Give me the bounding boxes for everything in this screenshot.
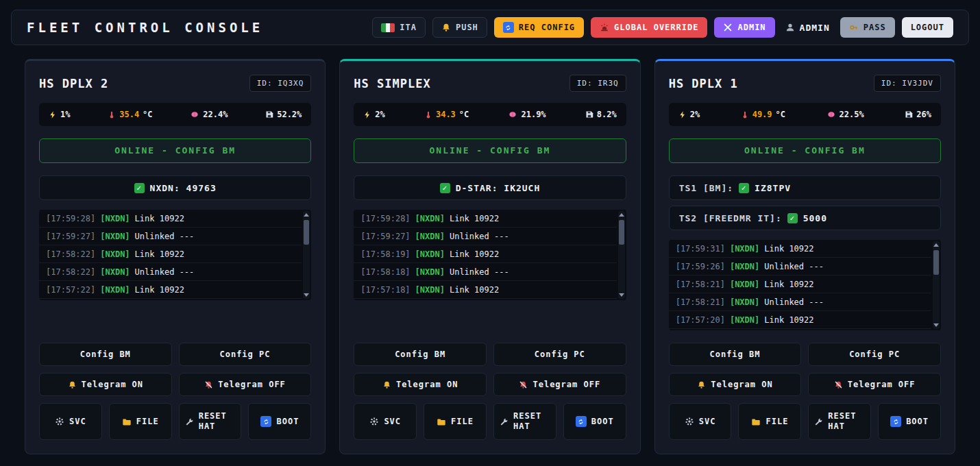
- timeslot-label: TS2 [FREEDMR IT]:: [679, 213, 782, 223]
- event-log: [17:59:31][NXDN]Link 10922[17:59:26][NXD…: [669, 240, 941, 330]
- push-button[interactable]: PUSH: [432, 17, 487, 38]
- temperature-stat: 49.9°C: [741, 110, 785, 119]
- memory-stat: 22.5%: [826, 110, 864, 119]
- log-row: [17:57:20][NXDN]Link 10922: [669, 311, 931, 329]
- telegram-off-button[interactable]: Telegram OFF: [808, 373, 941, 396]
- stats-bar: 2% 49.9°C 22.5% 26%: [669, 103, 941, 126]
- thermometer-icon: [108, 110, 116, 119]
- user-menu[interactable]: ADMIN: [782, 17, 833, 38]
- check-icon: [739, 183, 749, 193]
- telegram-on-button[interactable]: Telegram ON: [354, 373, 487, 396]
- telegram-on-button[interactable]: Telegram ON: [39, 373, 172, 396]
- admin-tools-button[interactable]: ADMIN: [714, 17, 774, 38]
- pass-button[interactable]: PASS: [840, 17, 895, 38]
- log-row: [17:59:31][NXDN]Link 10922: [669, 240, 931, 258]
- folder-icon: [122, 417, 132, 426]
- lightning-icon: [363, 110, 371, 119]
- reset-hat-button[interactable]: RESET HAT: [493, 403, 556, 440]
- scroll-up-icon[interactable]: [933, 243, 939, 247]
- scroll-down-icon[interactable]: [304, 293, 309, 297]
- log-scrollbar[interactable]: [933, 241, 940, 329]
- siren-icon: [600, 23, 609, 32]
- language-label: ITA: [400, 23, 417, 32]
- reboot-icon: [576, 416, 587, 427]
- svc-button[interactable]: SVC: [669, 403, 732, 440]
- log-scrollbar[interactable]: [618, 211, 625, 299]
- log-row: [17:57:22][NXDN]Link 10922: [39, 281, 302, 299]
- file-button[interactable]: FILE: [109, 403, 172, 440]
- log-scrollbar[interactable]: [303, 211, 310, 299]
- italy-flag-icon: [381, 23, 395, 32]
- telegram-on-button[interactable]: Telegram ON: [669, 373, 802, 396]
- cpu-load-stat: 2%: [363, 110, 384, 119]
- floppy-icon: [905, 110, 913, 119]
- config-pc-button[interactable]: Config PC: [493, 343, 626, 366]
- folder-icon: [751, 417, 761, 426]
- config-bm-button[interactable]: Config BM: [39, 343, 172, 366]
- req-config-label: REQ CONFIG: [519, 23, 575, 32]
- memory-stat: 21.9%: [508, 110, 546, 119]
- telegram-off-button[interactable]: Telegram OFF: [493, 373, 626, 396]
- scrollbar-thumb[interactable]: [304, 220, 309, 245]
- bell-icon: [68, 380, 77, 389]
- bell-icon: [441, 23, 451, 32]
- log-row: [17:58:22][NXDN]Link 10922: [39, 245, 302, 263]
- scroll-down-icon[interactable]: [619, 293, 624, 297]
- file-button[interactable]: FILE: [738, 403, 801, 440]
- timeslot-value: 5000: [803, 213, 827, 223]
- wrench-icon: [500, 417, 509, 426]
- boot-button[interactable]: BOOT: [563, 403, 626, 440]
- memory-stat: 22.4%: [190, 110, 228, 119]
- device-title: HS DPLX 2: [39, 77, 108, 90]
- refresh-icon: [503, 22, 514, 33]
- disk-stat: 52.2%: [265, 110, 302, 119]
- header-actions: ITA PUSH REQ CONFIG GLOBAL OVERRIDE ADMI…: [372, 17, 953, 38]
- mode-value: NXDN: 49763: [150, 183, 217, 193]
- logout-button[interactable]: LOGOUT: [902, 17, 953, 38]
- timeslot-value: IZ8TPV: [755, 183, 791, 193]
- scrollbar-thumb[interactable]: [619, 220, 624, 245]
- disk-stat: 8.2%: [585, 110, 617, 119]
- reboot-icon: [260, 416, 271, 427]
- reset-hat-button[interactable]: RESET HAT: [179, 403, 242, 440]
- lightning-icon: [49, 110, 57, 119]
- card-header: HS DPLX 1 ID: IV3JDV: [669, 75, 941, 92]
- check-icon: [787, 213, 798, 223]
- scroll-up-icon[interactable]: [619, 213, 624, 217]
- admin-tools-label: ADMIN: [737, 23, 765, 32]
- mode-value: D-STAR: IK2UCH: [456, 183, 541, 193]
- check-icon: [134, 183, 145, 193]
- req-config-button[interactable]: REQ CONFIG: [494, 17, 584, 38]
- scroll-down-icon[interactable]: [933, 323, 939, 327]
- bell-icon: [697, 380, 706, 389]
- language-button[interactable]: ITA: [372, 17, 426, 38]
- boot-button[interactable]: BOOT: [248, 403, 311, 440]
- svc-button[interactable]: SVC: [39, 403, 102, 440]
- device-id-badge: ID: IR3Q: [569, 75, 626, 92]
- device-id-badge: ID: IQ3XQ: [249, 75, 312, 92]
- temperature-stat: 34.3°C: [424, 110, 469, 119]
- boot-button[interactable]: BOOT: [878, 403, 941, 440]
- telegram-off-button[interactable]: Telegram OFF: [179, 373, 312, 396]
- timeslot-2: TS2 [FREEDMR IT]: 5000: [669, 206, 941, 230]
- config-bm-button[interactable]: Config BM: [669, 343, 802, 366]
- thermometer-icon: [741, 110, 749, 119]
- file-button[interactable]: FILE: [424, 403, 487, 440]
- config-pc-button[interactable]: Config PC: [179, 343, 312, 366]
- svc-button[interactable]: SVC: [354, 403, 417, 440]
- check-icon: [440, 183, 450, 193]
- scrollbar-thumb[interactable]: [933, 250, 939, 275]
- global-override-label: GLOBAL OVERRIDE: [614, 23, 698, 32]
- log-row: [17:59:28][NXDN]Link 10922: [39, 210, 302, 228]
- reboot-icon: [890, 416, 901, 427]
- scroll-up-icon[interactable]: [304, 213, 309, 217]
- reset-hat-button[interactable]: RESET HAT: [808, 403, 871, 440]
- brain-icon: [190, 110, 199, 119]
- temperature-stat: 35.4°C: [108, 110, 152, 119]
- device-cards: HS DPLX 2 ID: IQ3XQ 1% 35.4°C 22.4% 52.2…: [25, 59, 955, 454]
- config-bm-button[interactable]: Config BM: [354, 343, 487, 366]
- global-override-button[interactable]: GLOBAL OVERRIDE: [591, 17, 707, 38]
- key-icon: [849, 23, 859, 32]
- config-pc-button[interactable]: Config PC: [808, 343, 941, 366]
- log-row: [17:59:28][NXDN]Link 10922: [354, 210, 616, 228]
